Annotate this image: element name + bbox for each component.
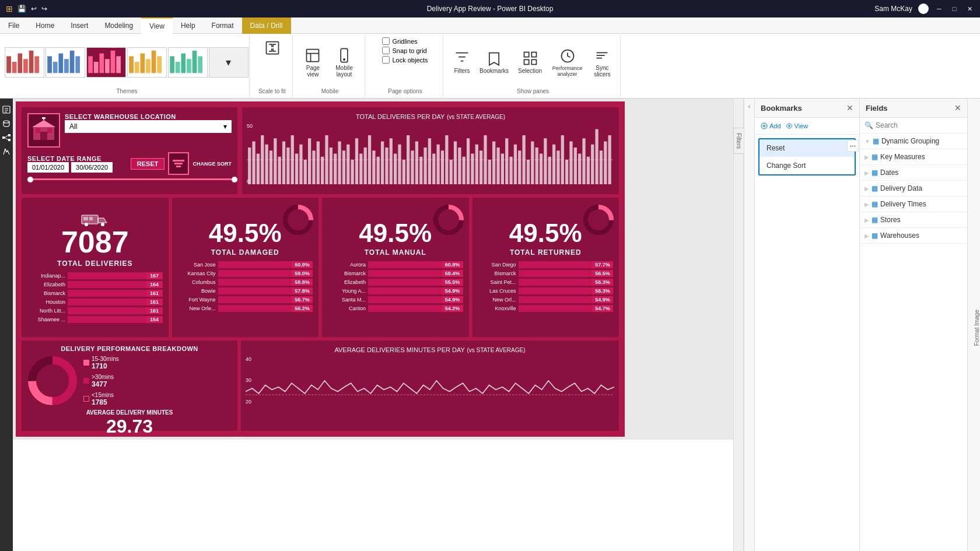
svg-rect-136: [591, 145, 594, 184]
quick-undo[interactable]: ↩: [31, 5, 37, 13]
total-manual-label: TOTAL MANUAL: [365, 248, 426, 257]
selection-label: Selection: [518, 68, 542, 74]
svg-rect-122: [531, 142, 534, 185]
theme-1[interactable]: [5, 47, 44, 78]
tab-help[interactable]: Help: [173, 17, 204, 34]
ribbon-content: ▾ Themes Scale to fit Page view: [0, 34, 980, 98]
page-view-btn[interactable]: Page view: [300, 45, 326, 80]
svg-rect-2: [18, 53, 22, 73]
sidebar-dax-icon[interactable]: [1, 146, 12, 157]
delivery-data-label: Delivery Data: [880, 184, 922, 192]
table-row: Elizabeth 55.5%: [328, 279, 463, 286]
fields-group-header-dynamic-grouping[interactable]: ▼ ▦ Dynamic Grouping: [860, 134, 967, 149]
tab-modeling[interactable]: Modeling: [96, 17, 141, 34]
table-row: North Litt... 161: [27, 307, 163, 314]
theme-5[interactable]: [168, 47, 208, 78]
close-btn[interactable]: ✕: [965, 4, 974, 13]
svg-rect-86: [377, 157, 380, 184]
tab-format[interactable]: Format: [204, 17, 242, 34]
selection-btn[interactable]: Selection: [514, 48, 545, 76]
svg-rect-132: [574, 148, 577, 184]
fields-search-bar: 🔍: [860, 118, 967, 134]
performance-btn[interactable]: Performance analyzer: [548, 45, 587, 79]
snap-to-grid-checkbox[interactable]: Snap to grid: [382, 47, 428, 54]
canvas-white-area: [13, 440, 733, 551]
sidebar-model-icon[interactable]: [1, 132, 12, 143]
filters-btn[interactable]: Filters: [450, 48, 474, 76]
total-manual-number: 49.5%: [359, 220, 432, 246]
lock-objects-checkbox[interactable]: Lock objects: [382, 56, 428, 64]
quick-redo[interactable]: ↪: [41, 5, 47, 13]
svg-rect-80: [351, 160, 354, 184]
sync-slicers-btn[interactable]: Sync slicers: [589, 45, 615, 80]
theme-4[interactable]: [127, 47, 167, 78]
bookmarks-close-btn[interactable]: ✕: [846, 103, 853, 113]
theme-3[interactable]: [86, 47, 126, 78]
fields-panel: Fields ✕ 🔍 ▼ ▦ Dynamic Grouping ▶ ▦ Key …: [859, 99, 967, 551]
damaged-bar-list: San Jose 60.9% Kansas City 59.0%: [178, 261, 313, 314]
fields-close-btn[interactable]: ✕: [954, 103, 961, 113]
scale-to-fit-btn[interactable]: [261, 37, 284, 58]
table-row: Bismarck 161: [27, 290, 163, 297]
filters-tab[interactable]: Filters: [733, 128, 744, 154]
main-area: SELECT WAREHOUSE LOCATION All ▾ SELECT D…: [0, 99, 980, 551]
svg-rect-131: [569, 142, 572, 185]
date-slider[interactable]: [27, 178, 232, 180]
svg-marker-47: [32, 120, 55, 127]
bookmarks-title: Bookmarks: [761, 104, 802, 113]
view-icon: [786, 122, 793, 129]
dates-label: Dates: [880, 169, 898, 177]
sidebar-report-icon[interactable]: [1, 104, 12, 115]
svg-rect-12: [88, 56, 93, 73]
tab-insert[interactable]: Insert: [62, 17, 96, 34]
svg-rect-77: [338, 142, 341, 185]
fields-group-header-delivery-data[interactable]: ▶ ▦ Delivery Data: [860, 181, 967, 196]
dash-controls: SELECT WAREHOUSE LOCATION All ▾ SELECT D…: [22, 107, 237, 194]
bookmark-add-btn[interactable]: Add: [761, 122, 781, 129]
reset-button[interactable]: RESET: [131, 158, 165, 170]
svg-rect-71: [312, 150, 315, 184]
tab-file[interactable]: File: [0, 17, 27, 34]
fields-search-input[interactable]: [876, 121, 963, 129]
warehouse-label: SELECT WAREHOUSE LOCATION: [65, 113, 232, 120]
tab-view[interactable]: View: [141, 17, 173, 34]
table-row: Indianap... 167: [27, 272, 163, 279]
bookmarks-btn[interactable]: Bookmarks: [476, 48, 512, 76]
right-collapse-btn[interactable]: ‹: [744, 99, 754, 551]
svg-rect-61: [270, 150, 272, 184]
svg-rect-90: [394, 154, 397, 185]
tab-home[interactable]: Home: [27, 17, 62, 34]
change-sort-label[interactable]: CHANGE SORT: [192, 161, 232, 167]
fields-group-header-stores[interactable]: ▶ ▦ Stores: [860, 212, 967, 227]
bookmark-view-btn[interactable]: View: [786, 122, 808, 129]
theme-dropdown[interactable]: ▾: [209, 47, 249, 78]
svg-rect-60: [265, 145, 268, 184]
table-row: Knoxville 54.7%: [478, 305, 614, 312]
fields-group-key-measures: ▶ ▦ Key Measures: [860, 149, 967, 165]
bookmark-change-sort-item[interactable]: Change Sort: [760, 157, 855, 174]
gridlines-checkbox[interactable]: Gridlines: [382, 37, 428, 45]
fields-group-header-key-measures[interactable]: ▶ ▦ Key Measures: [860, 149, 967, 164]
bookmark-reset-item[interactable]: Reset: [760, 139, 855, 157]
restore-btn[interactable]: □: [950, 4, 959, 13]
fields-group-header-dates[interactable]: ▶ ▦ Dates: [860, 165, 967, 180]
tab-data-drill[interactable]: Data / Drill: [242, 17, 291, 34]
svg-rect-29: [198, 56, 202, 73]
quick-save[interactable]: 💾: [18, 5, 26, 13]
left-sidebar: [0, 99, 13, 551]
svg-rect-43: [8, 139, 10, 141]
theme-2[interactable]: [46, 47, 85, 78]
svg-rect-98: [428, 138, 431, 184]
bookmark-more-btn[interactable]: ···: [847, 140, 859, 152]
minimize-btn[interactable]: ─: [935, 4, 944, 13]
fields-panel-header: Fields ✕: [860, 99, 967, 118]
sidebar-data-icon[interactable]: [1, 118, 12, 129]
date-to[interactable]: 30/06/2020: [71, 162, 113, 173]
svg-rect-55: [176, 166, 181, 167]
fields-group-header-delivery-times[interactable]: ▶ ▦ Delivery Times: [860, 196, 967, 212]
date-from[interactable]: 01/01/2020: [27, 162, 69, 173]
fields-group-header-warehouses[interactable]: ▶ ▦ Warehouses: [860, 228, 967, 243]
warehouse-select[interactable]: All ▾: [65, 120, 232, 133]
mobile-layout-btn[interactable]: Mobile layout: [328, 45, 360, 80]
svg-rect-128: [556, 150, 559, 184]
